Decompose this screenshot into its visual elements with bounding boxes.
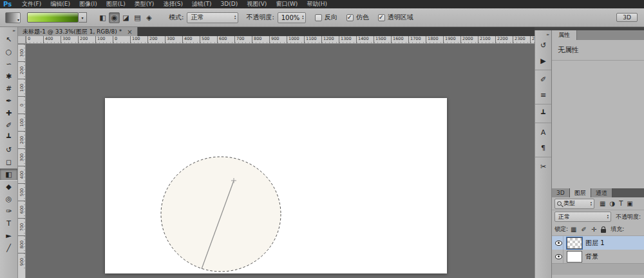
- option-checkbox[interactable]: 仿色: [346, 13, 369, 22]
- tool-icon: ✐: [6, 119, 12, 132]
- blend-mode-row: 正常 不透明度:: [552, 210, 644, 223]
- panel-icon[interactable]: ┻: [535, 104, 551, 121]
- layer-kind-icon[interactable]: ▣: [627, 200, 632, 207]
- chevron-down-icon: ▾: [17, 18, 20, 23]
- panel-icon[interactable]: ▶: [535, 53, 551, 68]
- panel-icon[interactable]: A: [535, 123, 551, 140]
- layer-kind-icon[interactable]: T: [619, 200, 623, 207]
- canvas[interactable]: [105, 98, 447, 273]
- blend-mode-select[interactable]: 正常: [187, 12, 238, 23]
- tool-button[interactable]: #: [0, 83, 17, 95]
- panel-icon[interactable]: ✂: [535, 157, 551, 174]
- ruler-tick-label: 800: [252, 36, 269, 44]
- lock-option-icon[interactable]: ✐: [582, 226, 587, 233]
- tool-button[interactable]: ∽: [0, 58, 17, 70]
- menu-item[interactable]: 图层(L): [102, 0, 130, 8]
- properties-body: 无属性: [552, 40, 644, 188]
- layer-row[interactable]: 背景: [552, 250, 644, 263]
- tool-button[interactable]: ✑: [0, 205, 17, 217]
- layers-panel: 3D图层通道 类型 ▦◑T▣ 正常: [552, 188, 644, 278]
- menu-item[interactable]: 帮助(H): [302, 0, 332, 8]
- ruler-tick-label: 300: [61, 36, 78, 44]
- panel-icon[interactable]: ↺: [535, 37, 551, 53]
- option-checkbox[interactable]: 透明区域: [378, 13, 413, 22]
- collapse-chevron-icon[interactable]: ▸▸: [0, 28, 17, 34]
- tab-properties[interactable]: 属性: [552, 30, 577, 40]
- lock-option-icon[interactable]: ✛: [591, 226, 596, 233]
- menu-item[interactable]: 类型(Y): [130, 0, 159, 8]
- tool-button[interactable]: ►: [0, 230, 17, 242]
- layer-thumbnail[interactable]: [567, 237, 582, 249]
- menu-item[interactable]: 选择(S): [158, 0, 187, 8]
- tool-button[interactable]: ✐: [0, 119, 17, 132]
- gradient-type-button[interactable]: ◈: [144, 12, 155, 23]
- ruler-tick-label: 0: [18, 96, 26, 114]
- close-icon[interactable]: ×: [127, 28, 132, 35]
- tool-button[interactable]: ↺: [0, 144, 17, 156]
- gradient-type-button[interactable]: ◧: [97, 12, 108, 23]
- tool-icon: ∽: [6, 58, 12, 70]
- panel-tab[interactable]: 图层: [570, 188, 591, 197]
- panel-tab[interactable]: 通道: [591, 188, 612, 197]
- visibility-cell[interactable]: [554, 250, 564, 263]
- combo-arrows-icon: [302, 15, 303, 20]
- menu-item[interactable]: 文件(F): [17, 0, 46, 8]
- tool-button[interactable]: ◻: [0, 156, 17, 168]
- option-checkbox[interactable]: 反向: [315, 13, 337, 22]
- vertical-ruler: 3002001000100200300400500600700800900: [18, 44, 26, 278]
- tool-button[interactable]: ○: [0, 46, 17, 58]
- menu-item[interactable]: 窗口(W): [271, 0, 302, 8]
- panel-icon[interactable]: ✐: [535, 70, 551, 87]
- tool-button[interactable]: ✒: [0, 95, 17, 107]
- layer-kind-icon[interactable]: ▦: [600, 200, 605, 207]
- gradient-type-button[interactable]: ◪: [120, 12, 131, 23]
- ruler-tick-label: 2200: [495, 36, 513, 44]
- gradient-preview[interactable]: [27, 12, 79, 23]
- visibility-cell[interactable]: [554, 236, 564, 250]
- tool-button[interactable]: ╱: [0, 242, 17, 254]
- layers-blend-mode-select[interactable]: 正常: [554, 212, 611, 222]
- lock-option-icon[interactable]: ▦: [571, 226, 576, 233]
- tool-button[interactable]: ┻: [0, 132, 17, 144]
- lock-buttons: ▦✐✛: [571, 226, 596, 233]
- combo-arrows-icon: [591, 201, 592, 206]
- ruler-tick-label: 100: [130, 36, 147, 44]
- tool-icon: ┻: [6, 132, 11, 144]
- menu-item[interactable]: 滤镜(T): [187, 0, 216, 8]
- ruler-tick-label: 700: [18, 218, 26, 235]
- layer-filter-select[interactable]: 类型: [554, 199, 594, 209]
- ruler-tick-label: 1700: [408, 36, 426, 44]
- tool-button[interactable]: ◆: [0, 181, 17, 193]
- tool-button[interactable]: T: [0, 217, 17, 230]
- layer-thumbnail[interactable]: [567, 251, 582, 263]
- elliptical-selection-marquee: [161, 157, 281, 272]
- menu-item[interactable]: 编辑(E): [46, 0, 75, 8]
- layer-name: 背景: [585, 252, 598, 261]
- tool-button[interactable]: ↖: [0, 34, 17, 46]
- workspace-switcher-button[interactable]: 3D: [616, 13, 638, 22]
- tool-button[interactable]: ◧: [0, 168, 17, 181]
- gradient-picker-arrow[interactable]: ▾: [79, 12, 87, 23]
- gradient-type-button[interactable]: ◉: [109, 12, 120, 23]
- lock-label: 锁定:: [554, 225, 568, 233]
- document-tab[interactable]: 未标题-1 @ 33.3%(图层 1, RGB/8) * ×: [18, 27, 138, 36]
- panel-icon[interactable]: ≡: [535, 87, 551, 103]
- panel-icon[interactable]: ¶: [535, 140, 551, 155]
- filter-type-label: 类型: [564, 199, 575, 208]
- menu-item[interactable]: 视图(V): [242, 0, 271, 8]
- tool-icon: ◧: [5, 168, 12, 181]
- tool-preset-picker[interactable]: ▾: [5, 12, 21, 23]
- tool-button[interactable]: ✱: [0, 70, 17, 83]
- menu-item[interactable]: 图像(I): [75, 0, 102, 8]
- layer-kind-icon[interactable]: ◑: [609, 200, 615, 207]
- tool-button[interactable]: ✚: [0, 107, 17, 119]
- gradient-type-button[interactable]: ▤: [132, 12, 143, 23]
- opacity-select[interactable]: 100%: [278, 12, 306, 23]
- ruler-tick-label: 400: [182, 36, 200, 44]
- collapse-chevron-icon[interactable]: ▸▸: [535, 32, 551, 37]
- menu-item[interactable]: 3D(D): [216, 0, 243, 8]
- lock-all-icon[interactable]: [601, 229, 606, 233]
- layer-row[interactable]: 图层 1: [552, 236, 644, 250]
- panel-tab[interactable]: 3D: [552, 188, 570, 197]
- tool-button[interactable]: ◎: [0, 193, 17, 205]
